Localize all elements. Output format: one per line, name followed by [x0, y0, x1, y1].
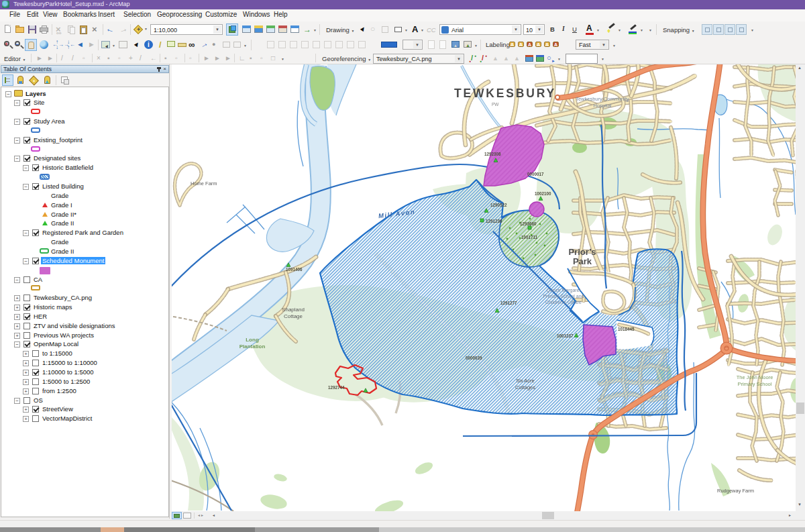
svg-text:Six Acre: Six Acre: [516, 378, 535, 384]
svg-text:PW: PW: [492, 102, 499, 107]
svg-text:0000039: 0000039: [466, 356, 482, 360]
svg-text:Prior’s: Prior’s: [568, 247, 596, 257]
svg-text:1002100: 1002100: [535, 191, 551, 196]
svg-text:Shapland: Shapland: [282, 307, 305, 313]
svg-text:1292744: 1292744: [328, 385, 345, 390]
svg-text:Children’s Centre: Children’s Centre: [545, 300, 582, 305]
svg-text:1001237: 1001237: [557, 333, 574, 338]
svg-text:Long: Long: [246, 337, 259, 343]
svg-text:Home Farm: Home Farm: [191, 180, 217, 187]
svg-text:1290522: 1290522: [490, 203, 507, 207]
svg-text:Rudgeway Farm: Rudgeway Farm: [717, 488, 754, 494]
svg-text:1292308: 1292308: [484, 152, 501, 156]
svg-text:1091406: 1091406: [286, 267, 303, 272]
svg-text:The John Moore: The John Moore: [737, 374, 773, 380]
svg-text:Primary School: Primary School: [738, 381, 772, 387]
svg-text:Tewkesbury Community: Tewkesbury Community: [576, 96, 629, 102]
svg-text:1291277: 1291277: [500, 301, 517, 305]
svg-text:1293660: 1293660: [520, 221, 537, 226]
svg-text:TEWKESBURY: TEWKESBURY: [454, 87, 556, 100]
svg-text:1291236: 1291236: [486, 219, 502, 223]
svg-text:Primary School and: Primary School and: [543, 294, 584, 299]
svg-text:Cottages: Cottages: [515, 384, 535, 390]
svg-text:0000017: 0000017: [527, 172, 544, 176]
svg-text:1018445: 1018445: [618, 327, 635, 331]
svg-text:Cottage: Cottage: [284, 313, 303, 319]
svg-text:Hospital: Hospital: [593, 103, 611, 109]
svg-text:Queen Margaret: Queen Margaret: [547, 288, 581, 293]
svg-text:Plantation: Plantation: [239, 343, 266, 350]
svg-text:Park: Park: [573, 256, 592, 266]
svg-text:1001711: 1001711: [521, 235, 538, 240]
